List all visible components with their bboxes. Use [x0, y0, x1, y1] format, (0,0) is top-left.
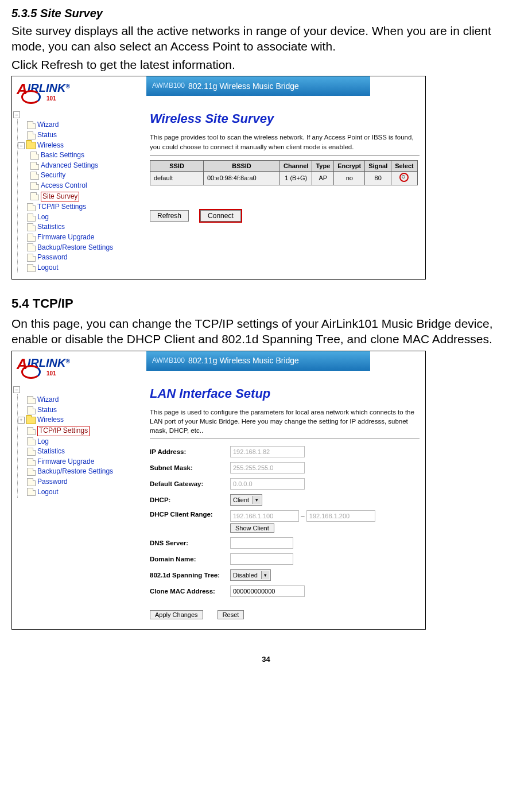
th-bssid: BSSID — [204, 160, 280, 171]
file-icon — [27, 396, 36, 404]
folder-icon — [26, 142, 36, 149]
nav-advanced-settings[interactable]: Advanced Settings — [18, 161, 139, 171]
lan-form: IP Address: 192.168.1.82 Subnet Mask: 25… — [150, 444, 425, 599]
nav-access-control[interactable]: Access Control — [18, 181, 139, 191]
page-desc: This page provides tool to scan the wire… — [150, 133, 420, 151]
nav-wizard[interactable]: Wizard — [18, 395, 139, 405]
nav-wireless[interactable]: +Wireless — [18, 415, 139, 425]
select-radio[interactable] — [399, 173, 409, 182]
file-icon — [27, 458, 36, 466]
reset-button[interactable]: Reset — [218, 610, 244, 619]
domain-field[interactable] — [230, 553, 293, 565]
show-client-button[interactable]: Show Client — [230, 523, 274, 533]
file-icon — [27, 254, 36, 262]
dhcp-range-from[interactable]: 192.168.1.100 — [230, 510, 299, 522]
dns-field[interactable] — [230, 537, 293, 549]
file-icon — [27, 131, 36, 139]
screenshot-site-survey: AIRLINK® 101 − Wizard Status −Wireless B… — [11, 76, 426, 280]
file-icon — [27, 478, 36, 486]
apply-changes-button[interactable]: Apply Changes — [150, 610, 203, 619]
file-icon — [30, 182, 39, 190]
divider — [150, 439, 420, 439]
nav-security[interactable]: Security — [18, 170, 139, 181]
nav-statistics[interactable]: Statistics — [18, 222, 139, 232]
section2-para-1: On this page, you can change the TCP/IP … — [11, 316, 521, 347]
file-icon — [27, 121, 36, 129]
scan-results-table: SSID BSSID Channel Type Encrypt Signal S… — [150, 160, 418, 186]
airlink-logo: AIRLINK® 101 — [17, 80, 72, 104]
file-icon — [30, 192, 39, 200]
label-subnet: Subnet Mask: — [150, 464, 230, 472]
file-icon — [27, 203, 36, 211]
file-icon — [27, 264, 36, 272]
nav-statistics[interactable]: Statistics — [18, 447, 139, 457]
nav-logout[interactable]: Logout — [18, 487, 139, 498]
section-heading-54: 5.4 TCP/IP — [11, 296, 521, 312]
file-icon — [30, 172, 39, 180]
td-encrypt: no — [334, 171, 365, 185]
nav-status[interactable]: Status — [18, 130, 139, 141]
refresh-button[interactable]: Refresh — [150, 210, 189, 222]
th-signal: Signal — [365, 160, 391, 171]
nav-log[interactable]: Log — [18, 212, 139, 223]
td-channel: 1 (B+G) — [280, 171, 312, 185]
nav-tcpip-settings[interactable]: TCP/IP Settings — [18, 425, 139, 437]
nav-password[interactable]: Password — [18, 253, 139, 263]
nav-firmware-upgrade[interactable]: Firmware Upgrade — [18, 232, 139, 243]
label-clone-mac: Clone MAC Address: — [150, 587, 230, 596]
td-type: AP — [312, 171, 334, 185]
file-icon — [30, 152, 39, 160]
nav-backup-restore[interactable]: Backup/Restore Settings — [18, 467, 139, 477]
nav-password[interactable]: Password — [18, 477, 139, 487]
table-row: default 00:e0:98:4f:8a:a0 1 (B+G) AP no … — [150, 171, 418, 185]
label-gateway: Default Gateway: — [150, 480, 230, 488]
divider — [150, 155, 420, 156]
spanning-tree-select[interactable]: Disabled▾ — [230, 569, 271, 581]
dhcp-select[interactable]: Client▾ — [230, 494, 262, 506]
file-icon — [27, 488, 36, 496]
page-desc: This page is used to configure the param… — [150, 408, 420, 435]
nav-log[interactable]: Log — [18, 437, 139, 447]
chevron-down-icon: ▾ — [253, 496, 261, 504]
th-channel: Channel — [280, 160, 312, 171]
section-heading-535: 5.3.5 Site Survey — [11, 6, 521, 21]
ip-field[interactable]: 192.168.1.82 — [230, 446, 305, 457]
subnet-field[interactable]: 255.255.255.0 — [230, 462, 305, 474]
file-icon — [27, 406, 36, 414]
airlink-logo: AIRLINK® 101 — [17, 355, 72, 379]
page-title: LAN Interface Setup — [150, 386, 425, 402]
page-number: 34 — [11, 655, 521, 665]
label-ip: IP Address: — [150, 448, 230, 456]
range-dash: – — [301, 513, 304, 519]
gateway-field[interactable]: 0.0.0.0 — [230, 478, 305, 490]
page-title: Wireless Site Survey — [150, 111, 425, 127]
nav-logout[interactable]: Logout — [18, 263, 139, 273]
connect-button[interactable]: Connect — [200, 210, 241, 222]
nav-site-survey[interactable]: Site Survey — [18, 191, 139, 203]
td-select[interactable] — [391, 171, 417, 185]
file-icon — [27, 448, 36, 456]
file-icon — [27, 427, 36, 435]
folder-icon — [26, 417, 36, 424]
th-encrypt: Encrypt — [334, 160, 365, 171]
nav-wireless[interactable]: −Wireless — [18, 141, 139, 151]
nav-tcpip-settings[interactable]: TCP/IP Settings — [18, 202, 139, 212]
td-bssid: 00:e0:98:4f:8a:a0 — [204, 171, 280, 185]
label-dhcp-range: DHCP Client Range: — [150, 510, 230, 519]
nav-status[interactable]: Status — [18, 405, 139, 416]
product-banner: AWMB100 802.11g Wireless Music Bridge — [146, 351, 370, 371]
clone-mac-field[interactable]: 000000000000 — [230, 585, 305, 597]
file-icon — [27, 468, 36, 476]
product-banner: AWMB100 802.11g Wireless Music Bridge — [146, 76, 370, 96]
nav-tree: − Wizard Status −Wireless Basic Settings… — [12, 107, 142, 280]
section-para-1: Site survey displays all the active netw… — [11, 23, 521, 55]
label-spanning-tree: 802.1d Spanning Tree: — [150, 572, 230, 579]
screenshot-lan-setup: AIRLINK® 101 − Wizard Status +Wireless T… — [11, 351, 426, 630]
nav-wizard[interactable]: Wizard — [18, 120, 139, 130]
nav-basic-settings[interactable]: Basic Settings — [18, 150, 139, 161]
nav-firmware-upgrade[interactable]: Firmware Upgrade — [18, 457, 139, 467]
td-signal: 80 — [365, 171, 391, 185]
nav-backup-restore[interactable]: Backup/Restore Settings — [18, 243, 139, 253]
dhcp-range-to[interactable]: 192.168.1.200 — [306, 510, 375, 522]
file-icon — [27, 437, 36, 445]
